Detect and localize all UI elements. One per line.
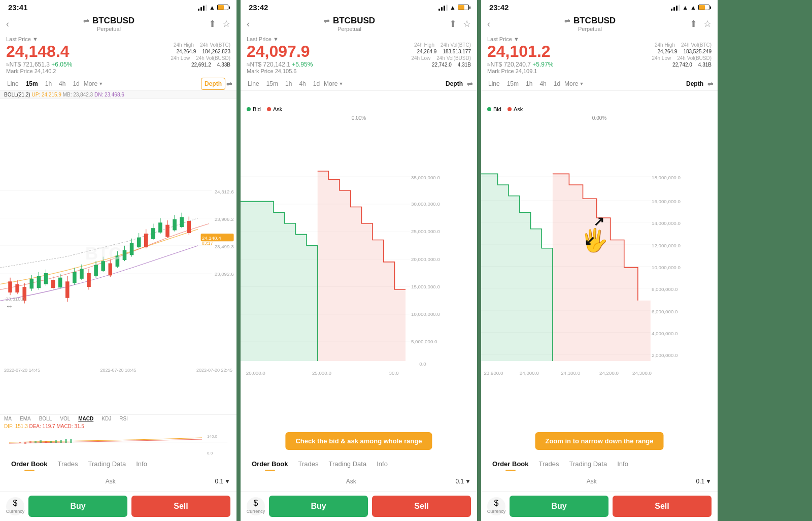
share-icon-1[interactable]: ⬆: [209, 18, 216, 29]
bid-dot-3: [487, 107, 491, 111]
star-icon-2[interactable]: ☆: [463, 18, 471, 29]
bottom-tab-info-1[interactable]: Info: [131, 455, 152, 471]
status-time-1: 23:41: [8, 3, 27, 12]
bottom-tab-orderbook-3[interactable]: Order Book: [487, 455, 534, 471]
bottom-tabs-2: Order Book Trades Trading Data Info: [241, 455, 477, 471]
signal-bar-10: [673, 7, 675, 11]
depth-chart-area-2[interactable]: 0.00% Bid Ask 35,000,000.0 30,000,000.0 …: [241, 91, 477, 455]
contract-arrows-icon-3: ↙: [576, 233, 603, 249]
sell-button-2[interactable]: Sell: [372, 496, 471, 517]
indicator-ma-1[interactable]: MA: [4, 416, 12, 421]
buy-button-1[interactable]: Buy: [28, 496, 127, 517]
svg-text:8,000,000.0: 8,000,000.0: [652, 286, 678, 292]
svg-rect-77: [70, 439, 72, 443]
header-title-2[interactable]: BTCBUSD: [333, 16, 375, 26]
bottom-tab-tradingdata-1[interactable]: Trading Data: [83, 455, 131, 471]
bottom-tab-tradingdata-2[interactable]: Trading Data: [324, 455, 372, 471]
star-icon-3[interactable]: ☆: [703, 18, 712, 29]
tab-15m-2[interactable]: 15m: [263, 77, 281, 90]
price-stats-row-12: 22,742.0 4.31B: [652, 62, 712, 68]
currency-button-1[interactable]: $ Currency: [6, 497, 24, 515]
header-title-3[interactable]: BTCBUSD: [573, 16, 616, 26]
mark-price-value-2: 24,105.6: [275, 68, 297, 74]
tab-4h-1[interactable]: 4h: [56, 77, 69, 90]
status-bar-3: 23:42 ▲ ▲: [481, 0, 718, 14]
bottom-tabs-3: Order Book Trades Trading Data Info: [481, 455, 718, 471]
bottom-tab-tradingdata-3[interactable]: Trading Data: [564, 455, 613, 471]
chart-settings-icon-1[interactable]: ⇌: [226, 80, 232, 88]
currency-button-3[interactable]: $ Currency: [487, 497, 505, 515]
price-main-row-1: 24,148.4 ≈NT$ 721,651.3 +6.05% Mark Pric…: [6, 42, 230, 74]
bottom-tab-info-2[interactable]: Info: [371, 455, 393, 471]
header-2: ‹ ⇌ BTCBUSD Perpetual ⬆ ☆: [241, 14, 477, 34]
mark-price-3: Mark Price 24,109.1: [487, 68, 553, 74]
battery-fill-2: [458, 5, 464, 10]
tab-1h-3[interactable]: 1h: [523, 77, 535, 90]
tab-15m-3[interactable]: 15m: [504, 77, 522, 90]
svg-text:20,000,000.0: 20,000,000.0: [411, 256, 441, 262]
share-icon-3[interactable]: ⬆: [690, 18, 697, 29]
tab-depth-1[interactable]: Depth: [201, 78, 225, 90]
tab-1d-3[interactable]: 1d: [551, 77, 563, 90]
decimal-selector-1[interactable]: 0.1 ▼: [215, 478, 230, 485]
status-bar-1: 23:41 ▲: [0, 0, 236, 14]
tab-depth-3[interactable]: Depth: [683, 77, 706, 90]
bottom-tab-orderbook-1[interactable]: Order Book: [6, 455, 53, 471]
tab-more-1[interactable]: More ▼: [84, 80, 103, 87]
tab-1h-1[interactable]: 1h: [42, 77, 55, 90]
tab-15m-1[interactable]: 15m: [23, 77, 41, 90]
chart-settings-icon-3[interactable]: ⇌: [707, 80, 714, 88]
buy-button-3[interactable]: Buy: [510, 496, 608, 517]
tab-more-2[interactable]: More ▼: [324, 80, 343, 87]
header-actions-1: ⬆ ☆: [209, 18, 230, 29]
indicator-kdj-1[interactable]: KDJ: [101, 416, 111, 421]
indicator-macd-1[interactable]: MACD: [78, 416, 93, 421]
bottom-tab-orderbook-2[interactable]: Order Book: [247, 455, 293, 471]
tab-1h-2[interactable]: 1h: [282, 77, 295, 90]
tab-1d-2[interactable]: 1d: [310, 77, 323, 90]
buy-button-2[interactable]: Buy: [269, 496, 368, 517]
indicator-vol-1[interactable]: VOL: [60, 416, 70, 421]
tab-depth-2[interactable]: Depth: [443, 77, 466, 90]
depth-tooltip-2: Check the bid & ask among whole range: [285, 432, 432, 450]
back-button-2[interactable]: ‹: [247, 19, 250, 29]
bottom-tab-trades-1[interactable]: Trades: [53, 455, 83, 471]
ask-label-1: Ask: [106, 478, 116, 485]
sell-button-3[interactable]: Sell: [613, 496, 712, 517]
decimal-selector-2[interactable]: 0.1 ▼: [455, 478, 471, 485]
tab-4h-2[interactable]: 4h: [296, 77, 309, 90]
tab-1d-1[interactable]: 1d: [70, 77, 82, 90]
back-button-1[interactable]: ‹: [6, 19, 9, 29]
tab-line-3[interactable]: Line: [485, 77, 503, 90]
bottom-tab-info-3[interactable]: Info: [612, 455, 633, 471]
signal-bar-12: [679, 5, 680, 11]
decimal-value-2: 0.1: [455, 478, 464, 485]
decimal-selector-3[interactable]: 0.1 ▼: [696, 478, 712, 485]
tab-4h-3[interactable]: 4h: [536, 77, 549, 90]
chart-settings-icon-2[interactable]: ⇌: [467, 80, 473, 88]
vol-busd-value-1: 4.33B: [217, 62, 230, 68]
depth-chart-area-3[interactable]: 0.00% Bid Ask 18,000,000.0 16,000,000.0 …: [481, 91, 718, 455]
candlestick-chart-area-1[interactable]: 24,312.6 23,906.2 23,499.3 23,092.6: [0, 99, 236, 414]
indicator-boll-1[interactable]: BOLL: [39, 416, 52, 421]
svg-text:2,000,000.0: 2,000,000.0: [652, 352, 678, 358]
tab-line-2[interactable]: Line: [245, 77, 262, 90]
sell-button-1[interactable]: Sell: [131, 496, 230, 517]
back-button-3[interactable]: ‹: [487, 19, 490, 29]
low-label-1: 24h Low: [171, 55, 190, 61]
currency-button-2[interactable]: $ Currency: [247, 497, 265, 515]
indicator-rsi-1[interactable]: RSI: [119, 416, 128, 421]
high-value-2: 24,264.9: [417, 49, 436, 54]
tab-more-3[interactable]: More ▼: [564, 80, 584, 87]
share-icon-2[interactable]: ⬆: [449, 18, 457, 29]
bottom-tab-trades-3[interactable]: Trades: [534, 455, 564, 471]
indicator-ema-1[interactable]: EMA: [20, 416, 31, 421]
macd-values-1: DIF: 151.3 DEA: 119.7 MACD: 31.5: [0, 422, 236, 430]
star-icon-1[interactable]: ☆: [222, 18, 230, 29]
price-stats-row-5: 24h High 24h Vol(BTC): [411, 42, 471, 48]
bottom-tab-trades-2[interactable]: Trades: [293, 455, 324, 471]
mark-price-1: Mark Price 24,140.2: [6, 68, 72, 74]
header-title-1[interactable]: BTCBUSD: [92, 16, 134, 26]
status-icons-3: ▲ ▲: [671, 4, 709, 11]
tab-line-1[interactable]: Line: [4, 77, 22, 90]
